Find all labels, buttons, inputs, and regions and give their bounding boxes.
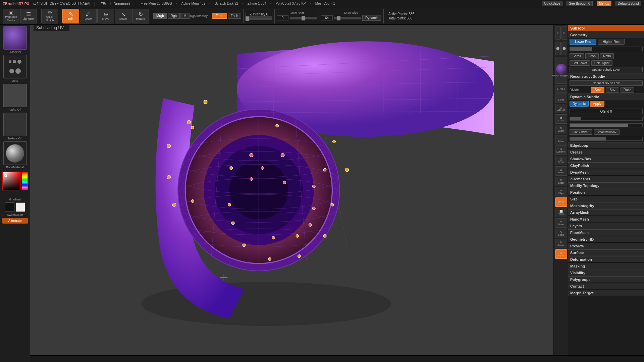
menus-btn[interactable]: Menus [597, 1, 611, 6]
color-icon[interactable]: ▣Color [555, 114, 567, 124]
qgrid-slider[interactable]: QGrid 0 [570, 109, 643, 114]
update-subdiv-btn[interactable]: Update SubDiv Level [570, 67, 643, 72]
deformation-header[interactable]: Deformation [568, 256, 644, 263]
texture-thumb[interactable] [3, 113, 27, 136]
res-slider[interactable] [570, 46, 643, 52]
eraser-icon[interactable]: ◎ [561, 26, 567, 40]
ratio-btn[interactable]: Ratio [600, 53, 614, 59]
polygroups-header[interactable]: Polygroups [568, 276, 644, 283]
linef-icon[interactable]: ▦PolyF [555, 249, 567, 259]
connect-div-btn[interactable]: Connect Div To Low [570, 80, 643, 86]
dynamic2-icon[interactable]: ◈Dynamic [555, 145, 567, 155]
draw-size-range[interactable] [334, 17, 361, 19]
zsub-btn[interactable]: Zsub [228, 13, 241, 19]
ring3d-icon[interactable]: ⬤ [555, 42, 561, 55]
tool-thumb[interactable] [3, 26, 27, 50]
projection-master-btn[interactable]: ◉ ProjectionMaster [3, 9, 19, 23]
alpha-thumb[interactable] [3, 84, 27, 107]
local-icon[interactable]: ⊙Local [555, 177, 567, 186]
aahalf-icon[interactable]: △AAHalf [555, 104, 567, 113]
scale2-icon[interactable]: ⤡Scale [555, 229, 567, 238]
smt-lower-btn[interactable]: Smt Lower [570, 60, 590, 66]
move2-icon[interactable]: ✛Move [555, 218, 567, 228]
layers-header[interactable]: Layers [568, 223, 644, 229]
ring3d-1-icon[interactable]: ⬤ [561, 42, 567, 55]
simple-brush-icon[interactable]: ○ [555, 26, 561, 40]
ratio-divide-btn[interactable]: Ratio [621, 87, 634, 93]
lower-res-btn[interactable]: Lower Res [570, 39, 596, 45]
edge-loop-header[interactable]: EdgeLoop [568, 142, 644, 149]
modify-topology-header[interactable]: Modify Topology [568, 182, 644, 189]
m-btn[interactable]: M [180, 13, 189, 19]
contact-header[interactable]: Contact [568, 283, 644, 290]
rotate-btn[interactable]: ↻ Rotate [132, 9, 149, 23]
geometry-header[interactable]: Geometry [568, 32, 644, 38]
menu-zbrushdoc[interactable]: ZBrush Document [99, 2, 132, 6]
crop-btn[interactable]: Crop [585, 53, 599, 59]
crease-header[interactable]: Crease [568, 149, 644, 156]
geometry-hd-header[interactable]: Geometry HD [568, 236, 644, 243]
focal-range[interactable] [290, 17, 317, 19]
z-intensity-range[interactable] [246, 17, 272, 20]
edit-btn[interactable]: ✎ Edit [62, 9, 79, 23]
rgb-btn[interactable]: Rgb [168, 13, 180, 19]
floor-icon[interactable]: ⊞Floor [555, 166, 567, 176]
suv-btn[interactable]: Suv [606, 87, 619, 93]
color-black[interactable] [5, 202, 14, 212]
lower-slider[interactable] [570, 117, 643, 121]
higher-res-btn[interactable]: Higher Res [598, 39, 625, 45]
zoom-icon[interactable]: ⊕Zoom [555, 125, 567, 134]
alternate-btn[interactable]: Alternate [2, 218, 28, 224]
scale-btn[interactable]: ⤡ Scale [115, 9, 131, 23]
mesh-integrity-header[interactable]: MeshIntegrity [568, 202, 644, 209]
masking-header[interactable]: Masking [568, 263, 644, 269]
quicksave-btn[interactable]: QuickSave [542, 1, 562, 6]
smooth-subdiv-slider[interactable] [570, 137, 643, 141]
fiber-mesh-header[interactable]: FiberMesh [568, 229, 644, 236]
color-picker[interactable] [2, 172, 28, 197]
dyna-mesh-header[interactable]: DynaMesh [568, 169, 644, 176]
quick-sketch-btn[interactable]: ✏ QuickSketch [41, 9, 58, 23]
smooth-subdiv-btn[interactable]: SmoothSubdiv [594, 129, 620, 135]
morph-target-header[interactable]: Morph Target [568, 290, 644, 296]
material-thumb[interactable] [3, 141, 27, 165]
draw-size-value[interactable]: 64 [321, 15, 333, 20]
position-header[interactable]: Position [568, 189, 644, 196]
reconstruct-subdiv-header[interactable]: Reconstruct Subdiv [568, 73, 644, 80]
scroll-btn[interactable]: Scroll [570, 53, 584, 59]
see-through-btn[interactable]: See-through 0 [567, 1, 592, 6]
array-mesh-header[interactable]: ArrayMesh [568, 209, 644, 216]
canvas-area[interactable] [30, 25, 553, 355]
dynamic-subdiv-header[interactable]: Dynamic Subdiv [568, 94, 644, 100]
persp-icon[interactable]: ◻Persp [555, 156, 567, 165]
clay-polish-header[interactable]: ClayPolish [568, 162, 644, 169]
focal-value[interactable]: 0 [277, 15, 288, 20]
lightbox-btn[interactable]: ☰ LightBox [20, 9, 37, 23]
actual-icon[interactable]: 1:1Actual [555, 135, 567, 144]
spix-icon[interactable]: SPix 3 [555, 85, 567, 93]
scroll-icon[interactable]: ↕Scroll [555, 94, 567, 103]
dynamic-label[interactable]: Dynamic [362, 15, 381, 21]
z-intensity-value[interactable]: Z Intensity 0 [246, 12, 272, 17]
dots-thumb[interactable] [3, 55, 27, 78]
dynamic-subdiv-btn[interactable]: Dynamic [570, 101, 589, 107]
z-remesher-header[interactable]: ZRemesher [568, 176, 644, 182]
visibility-header[interactable]: Visibility [568, 269, 644, 276]
unit-higher-btn[interactable]: Unit Higher [591, 60, 612, 66]
zadd-btn[interactable]: Zadd [212, 13, 227, 19]
subtool-header[interactable]: SubTool [568, 25, 644, 32]
upper-slider[interactable] [570, 123, 643, 127]
smt-divide-btn[interactable]: Smt [591, 87, 604, 93]
surface-header[interactable]: Surface [568, 249, 644, 256]
frame-icon[interactable]: ⬜Frame [555, 208, 567, 217]
xyz-icon[interactable]: XYZ [555, 197, 567, 207]
preview-header[interactable]: Preview [568, 243, 644, 249]
move-btn[interactable]: ⊕ Move [97, 9, 114, 23]
default-zscript-btn[interactable]: DefaultZScript [615, 1, 641, 6]
shadow-box-header[interactable]: ShadowBox [568, 156, 644, 162]
apply-btn[interactable]: Apply [590, 101, 604, 107]
flat-subdiv-btn[interactable]: FlatSubdiv 0 [570, 129, 592, 135]
color-white[interactable] [16, 202, 25, 212]
lsym-icon[interactable]: ⇔LSym [555, 187, 567, 196]
rotate2-icon[interactable]: ↻Rotate [555, 239, 567, 248]
